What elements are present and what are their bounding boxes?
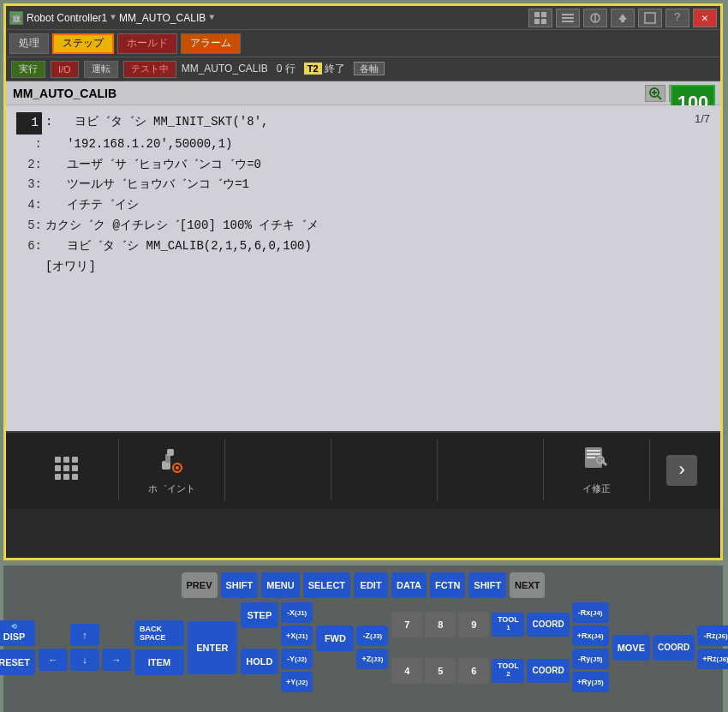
testing-btn[interactable]: テスト中 — [123, 61, 176, 78]
upload-btn[interactable] — [611, 9, 635, 27]
grid-btn[interactable] — [528, 9, 552, 27]
y-minus-btn[interactable]: -Y(J2) — [281, 649, 313, 669]
app-icon: 🤖 — [9, 11, 23, 25]
grid-toolbar-btn[interactable] — [13, 440, 119, 501]
edit-repair-btn[interactable]: イ修正 — [544, 440, 650, 501]
num-7-btn[interactable]: 7 — [391, 612, 422, 637]
rz-plus-btn[interactable]: +Rz(J6) — [697, 649, 728, 669]
restore-btn[interactable] — [583, 9, 607, 27]
code-area: 1/7 1 : ヨビ゛タ゛シ MM_INIT_SKT('8', : '192.1… — [6, 105, 720, 431]
rx-plus-btn[interactable]: +Rx(J4) — [572, 625, 609, 646]
step-btn[interactable]: ステップ — [52, 33, 114, 54]
disp-btn[interactable]: ⟲ DISP — [0, 620, 35, 646]
backspace-btn[interactable]: BACK SPACE — [134, 620, 184, 646]
keyboard-area: PREV SHIFT MENU SELECT EDIT DATA FCTN SH… — [3, 565, 723, 712]
drive-btn[interactable]: 運転 — [84, 61, 118, 78]
keyboard-row-2: OFF ON ⟲ DISP RESET ↑ ← ↓ → — [0, 602, 728, 692]
program-title-bar: MM_AUTO_CALIB — [6, 81, 720, 105]
window-btn[interactable] — [638, 9, 662, 27]
coord1-btn[interactable]: COORD — [527, 613, 569, 637]
coord3-btn[interactable]: COORD — [653, 635, 695, 661]
left-arrow-btn[interactable]: ← — [39, 649, 68, 671]
rx-minus-btn[interactable]: -Rx(J4) — [572, 602, 609, 623]
line-content-6: ヨビ゛タ゛シ MM_CALIB(2,1,5,6,0,100) — [45, 236, 710, 257]
code-line-5: 5: カクシ゛ク @イチレシ゛[100] 100% イチキ゛メ — [16, 216, 710, 236]
shift-btn-left[interactable]: SHIFT — [221, 572, 259, 598]
item-btn[interactable]: ITEM — [134, 649, 184, 675]
z-plus-btn[interactable]: +Z(J3) — [356, 649, 388, 669]
num-4-btn[interactable]: 4 — [391, 658, 422, 684]
data-btn[interactable]: DATA — [391, 572, 427, 598]
svg-rect-25 — [63, 465, 69, 471]
empty-slot-3 — [438, 440, 544, 501]
bottom-toolbar: ホ゛イント イ修正 › — [6, 431, 720, 508]
zoom-plus-btn[interactable] — [645, 85, 665, 102]
move-btn[interactable]: MOVE — [612, 635, 650, 661]
select-btn[interactable]: SELECT — [303, 572, 350, 598]
edit-icon — [583, 446, 611, 479]
svg-rect-6 — [562, 21, 574, 22]
svg-point-34 — [176, 466, 179, 470]
list-btn[interactable] — [556, 9, 580, 27]
x-minus-btn[interactable]: -X(J1) — [281, 602, 313, 623]
next-kbd-btn[interactable]: NEXT — [510, 572, 545, 598]
up-arrow-btn[interactable]: ↑ — [70, 624, 99, 646]
program-title: MM_AUTO_CALIB — [13, 87, 116, 100]
hold-btn[interactable]: ホールド — [117, 33, 177, 54]
down-arrow-btn[interactable]: ↓ — [70, 649, 99, 671]
page-number: 1/7 — [695, 112, 710, 125]
empty-slot-2 — [331, 440, 438, 501]
t2-badge: T2 — [304, 63, 322, 75]
step-kbd-btn[interactable]: STEP — [241, 602, 278, 628]
arrow1: ▼ — [110, 13, 116, 22]
fwd-btn[interactable]: FWD — [316, 625, 354, 651]
io-btn[interactable]: I/O — [51, 61, 79, 78]
y-plus-btn[interactable]: +Y(J2) — [281, 672, 313, 692]
edit-btn[interactable]: EDIT — [354, 572, 388, 598]
x-plus-btn[interactable]: +X(J1) — [281, 625, 313, 646]
main-container: 🤖 Robot Controller1 ▼ MM_AUTO_CALIB ▼ ? — [3, 3, 723, 560]
help-btn[interactable]: ? — [665, 9, 689, 27]
num-8-btn[interactable]: 8 — [425, 612, 456, 637]
process-btn[interactable]: 処理 — [9, 33, 49, 54]
num-5-btn[interactable]: 5 — [425, 658, 456, 684]
menu-btn[interactable]: MENU — [261, 572, 299, 598]
reset-btn[interactable]: RESET — [0, 649, 35, 675]
tool1-btn[interactable]: TOOL1 — [492, 613, 524, 637]
line-content-4: イチテ゛イシ — [45, 195, 710, 216]
robot-point-btn[interactable]: ホ゛イント — [119, 440, 225, 501]
svg-rect-10 — [621, 20, 624, 22]
close-btn[interactable]: ✕ — [693, 9, 717, 27]
arrow2: ▼ — [209, 13, 214, 22]
ry-plus-btn[interactable]: +Ry(J5) — [572, 672, 609, 692]
right-arrow-btn[interactable]: → — [102, 649, 131, 671]
grid-icon — [54, 456, 78, 486]
ry-minus-btn[interactable]: -Ry(J5) — [572, 649, 609, 669]
code-line-3: 3: ツールサ゛ヒョウバ゛ンコ゛ウ=1 — [16, 175, 710, 195]
next-btn[interactable]: › — [650, 440, 713, 501]
shift-btn-right[interactable]: SHIFT — [468, 572, 506, 598]
alarm-btn[interactable]: アラーム — [181, 33, 241, 54]
tool2-btn[interactable]: TOOL2 — [492, 659, 524, 683]
program-name-title: MM_AUTO_CALIB — [119, 12, 206, 24]
code-line-1: 1 : ヨビ゛タ゛シ MM_INIT_SKT('8', — [16, 112, 710, 135]
code-line-6: 6: ヨビ゛タ゛シ MM_CALIB(2,1,5,6,0,100) — [16, 236, 710, 257]
prev-btn[interactable]: PREV — [182, 572, 218, 598]
line-num-2: 2: — [16, 155, 42, 176]
rz-minus-btn[interactable]: -Rz(J6) — [697, 625, 728, 646]
z-minus-btn[interactable]: -Z(J3) — [356, 625, 388, 646]
enter-btn[interactable]: ENTER — [188, 621, 237, 674]
program-status: MM_AUTO_CALIB 0 行 T2 終了 各軸 — [182, 62, 385, 76]
hold-kbd-btn[interactable]: HOLD — [241, 649, 278, 674]
coord2-btn[interactable]: COORD — [527, 659, 569, 683]
window-controls: ? ✕ — [528, 9, 717, 27]
execute-btn[interactable]: 実行 — [11, 61, 45, 78]
num-9-btn[interactable]: 9 — [458, 612, 489, 637]
line-content-2: ユーザ゛サ゛ヒョウバ゛ンコ゛ウ=0 — [45, 155, 710, 176]
fctn-btn[interactable]: FCTN — [430, 572, 465, 598]
num-6-btn[interactable]: 6 — [458, 658, 489, 684]
line-content-5: カクシ゛ク @イチレシ゛[100] 100% イチキ゛メ — [45, 216, 710, 236]
line-num-1: 1 — [16, 112, 42, 135]
svg-rect-24 — [55, 465, 61, 471]
menu-bar: 処理 ステップ ホールド アラーム — [6, 30, 720, 57]
